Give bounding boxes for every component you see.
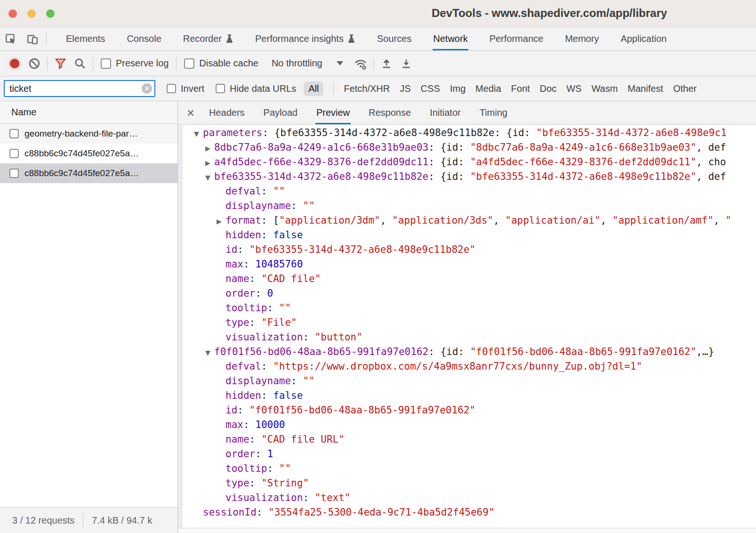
json-line[interactable]: displayname: ""	[178, 199, 756, 213]
json-line[interactable]: name: "CAD file URL"	[178, 432, 756, 447]
json-line[interactable]: sessionId: "3554fa25-5300-4eda-9c71-4ba5…	[178, 505, 756, 520]
detail-tab-preview[interactable]: Preview	[307, 101, 359, 124]
expand-icon[interactable]: ▶	[205, 156, 214, 170]
json-line[interactable]: id: "f0f01f56-bd06-48aa-8b65-991fa97e016…	[178, 403, 756, 418]
filter-type-img[interactable]: Img	[450, 83, 466, 94]
json-line[interactable]: ▶format: ["application/3dm", "applicatio…	[178, 213, 756, 228]
detail-tab-timing[interactable]: Timing	[470, 101, 517, 124]
json-line[interactable]: order: 1	[178, 447, 756, 461]
json-value: , cho	[696, 156, 726, 168]
preserve-log-label[interactable]: Preserve log	[116, 58, 169, 69]
filter-type-js[interactable]: JS	[400, 83, 410, 94]
device-toolbar-icon[interactable]	[22, 27, 43, 50]
tab-network[interactable]: Network	[422, 27, 478, 50]
inspect-element-icon[interactable]	[0, 27, 22, 50]
close-window-button[interactable]	[8, 9, 17, 18]
tab-elements[interactable]: Elements	[55, 27, 116, 50]
clear-filter-icon[interactable]: ✕	[142, 83, 152, 94]
json-value: : [	[261, 215, 279, 226]
tab-application[interactable]: Application	[610, 27, 677, 50]
record-network-log-button[interactable]	[5, 59, 24, 68]
export-har-icon[interactable]	[396, 57, 416, 70]
json-value: "String"	[261, 477, 309, 489]
json-line[interactable]: id: "bfe63355-314d-4372-a6e8-498e9c11b82…	[178, 242, 756, 257]
json-line[interactable]: ▼parameters: {bfe63355-314d-4372-a6e8-49…	[178, 126, 756, 140]
filter-type-manifest[interactable]: Manifest	[627, 83, 663, 94]
json-value: "https://www.dropbox.com/s/4a9msx8anr77c…	[273, 361, 642, 372]
request-checkbox[interactable]	[9, 129, 19, 138]
collapse-icon[interactable]: ▼	[205, 346, 214, 359]
name-column-header[interactable]: Name	[0, 101, 177, 124]
network-conditions-icon[interactable]	[351, 57, 370, 70]
request-row[interactable]: c88bb6c9c74d45fe027e5a…	[0, 163, 177, 183]
filter-type-all[interactable]: All	[304, 81, 323, 96]
json-line[interactable]: tooltip: ""	[178, 301, 756, 315]
json-line[interactable]: hidden: false	[178, 388, 756, 403]
filter-type-media[interactable]: Media	[475, 83, 501, 94]
request-row[interactable]: geometry-backend-file-par…	[0, 124, 177, 144]
json-line[interactable]: order: 0	[178, 286, 756, 301]
tab-recorder[interactable]: Recorder	[172, 27, 244, 50]
json-line[interactable]: defval: ""	[178, 184, 756, 199]
filter-type-wasm[interactable]: Wasm	[591, 83, 618, 94]
close-icon[interactable]: ×	[182, 101, 200, 124]
json-line[interactable]: type: "File"	[178, 315, 756, 330]
filter-type-other[interactable]: Other	[673, 83, 697, 94]
tab-memory[interactable]: Memory	[554, 27, 610, 50]
tab-performance[interactable]: Performance	[479, 27, 555, 50]
import-har-icon[interactable]	[377, 57, 396, 70]
tab-sources[interactable]: Sources	[366, 27, 422, 50]
collapse-icon[interactable]: ▼	[205, 170, 214, 184]
clear-network-log-icon[interactable]	[24, 57, 44, 70]
detail-tab-initiator[interactable]: Initiator	[420, 101, 470, 124]
filter-type-font[interactable]: Font	[511, 83, 530, 94]
disable-cache-label[interactable]: Disable cache	[199, 58, 258, 69]
filter-funnel-icon[interactable]	[50, 57, 70, 70]
json-line[interactable]: max: 10000	[178, 418, 756, 432]
json-line[interactable]: visualization: "button"	[178, 330, 756, 345]
filter-input[interactable]	[4, 80, 155, 97]
json-line[interactable]: hidden: false	[178, 228, 756, 242]
throttling-select[interactable]: No throttling	[272, 58, 322, 69]
filter-type-doc[interactable]: Doc	[540, 83, 557, 94]
request-row[interactable]: c88bb6c9c74d45fe027e5a…	[0, 144, 177, 163]
json-value: false	[273, 229, 303, 241]
invert-checkbox[interactable]	[167, 84, 176, 93]
request-checkbox[interactable]	[9, 149, 19, 158]
preserve-log-checkbox[interactable]	[101, 58, 111, 69]
horizontal-scrollbar[interactable]	[178, 528, 756, 533]
json-line[interactable]: visualization: "text"	[178, 491, 756, 505]
json-line[interactable]: ▶8dbc77a6-8a9a-4249-a1c6-668e31b9ae03: {…	[178, 140, 756, 155]
json-line[interactable]: ▼f0f01f56-bd06-48aa-8b65-991fa97e0162: {…	[178, 345, 756, 359]
tab-performance-insights[interactable]: Performance insights	[244, 27, 366, 50]
json-line[interactable]: ▶a4fd5dec-f66e-4329-8376-def2dd09dc11: {…	[178, 155, 756, 170]
filter-type-ws[interactable]: WS	[566, 83, 581, 94]
json-line[interactable]: displayname: ""	[178, 374, 756, 388]
search-icon[interactable]	[70, 57, 90, 70]
tab-console[interactable]: Console	[116, 27, 172, 50]
request-checkbox[interactable]	[9, 169, 19, 178]
json-line[interactable]: tooltip: ""	[178, 461, 756, 476]
filter-type-fetch-xhr[interactable]: Fetch/XHR	[344, 83, 390, 94]
expand-icon[interactable]: ▶	[205, 141, 214, 155]
maximize-window-button[interactable]	[46, 9, 55, 18]
disable-cache-checkbox[interactable]	[184, 58, 194, 69]
json-value: :	[249, 434, 261, 445]
detail-tab-response[interactable]: Response	[359, 101, 420, 124]
chevron-down-icon[interactable]	[337, 61, 343, 65]
json-line[interactable]: type: "String"	[178, 476, 756, 491]
collapse-icon[interactable]: ▼	[194, 127, 203, 140]
json-line[interactable]: defval: "https://www.dropbox.com/s/4a9ms…	[178, 359, 756, 374]
minimize-window-button[interactable]	[27, 9, 36, 18]
json-line[interactable]: name: "CAD file"	[178, 272, 756, 286]
json-line[interactable]: max: 10485760	[178, 257, 756, 272]
hide-data-urls-label[interactable]: Hide data URLs	[230, 83, 296, 94]
hide-data-urls-checkbox[interactable]	[216, 84, 225, 93]
json-key: visualization	[225, 331, 303, 343]
detail-tab-payload[interactable]: Payload	[254, 101, 307, 124]
json-line[interactable]: ▼bfe63355-314d-4372-a6e8-498e9c11b82e: {…	[178, 170, 756, 184]
expand-icon[interactable]: ▶	[217, 214, 225, 228]
detail-tab-headers[interactable]: Headers	[200, 101, 254, 124]
filter-type-css[interactable]: CSS	[421, 83, 440, 94]
invert-label[interactable]: Invert	[181, 83, 204, 94]
